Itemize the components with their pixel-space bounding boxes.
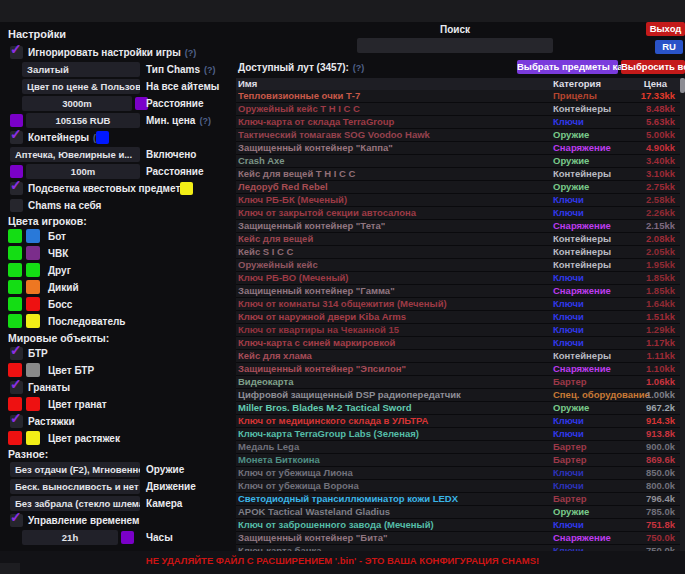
color-mode-value: Цвет по цене & Пользователь: [27, 81, 140, 92]
item-name: Ключ от наружной двери Kiba Arms: [238, 311, 548, 323]
table-row[interactable]: Защищенный контейнер "Тета"Снаряжение2.1…: [236, 220, 685, 233]
chams-color-swatch[interactable]: [8, 297, 22, 311]
esp-color-swatch[interactable]: [26, 280, 40, 294]
ignore-game-settings-checkbox[interactable]: ✓: [10, 46, 23, 59]
quest-color-swatch[interactable]: [180, 182, 193, 195]
table-scrollbar[interactable]: [680, 78, 685, 551]
table-row[interactable]: Защищенный контейнер "Каппа"Снаряжение4.…: [236, 142, 685, 155]
player-color-label: Босс: [48, 299, 72, 310]
grenade-color-swatch[interactable]: [8, 397, 22, 411]
table-row[interactable]: Ключ от комнаты 314 общежития (Меченый)К…: [236, 298, 685, 311]
esp-color-swatch[interactable]: [26, 297, 40, 311]
help-marker[interactable]: (?): [185, 48, 197, 58]
btr-color-swatch[interactable]: [8, 363, 22, 377]
quest-highlight-checkbox[interactable]: ✓: [10, 182, 23, 195]
language-button[interactable]: RU: [655, 40, 683, 54]
grenades-checkbox[interactable]: ✓: [10, 381, 23, 394]
help-marker[interactable]: (?): [199, 116, 211, 126]
item-price: 751.8k: [646, 519, 675, 531]
table-row[interactable]: Ключ РБ-ВО (Меченый)Ключи1.85kk: [236, 272, 685, 285]
help-marker[interactable]: (?): [204, 65, 216, 75]
table-row[interactable]: Ключ РБ-БК (Меченый)Ключи2.58kk: [236, 194, 685, 207]
distance-containers-input[interactable]: 100m: [26, 164, 140, 179]
table-row[interactable]: Ключ от медицинского склада в УЛЬТРАКлюч…: [236, 415, 685, 428]
table-row[interactable]: Тепловизионные очки Т-7Прицелы17.33kk: [236, 90, 685, 103]
table-row[interactable]: Ключ-карта с синей маркировкойКлючи1.17k…: [236, 337, 685, 350]
table-row[interactable]: Ключ от закрытой секции автосалонаКлючи2…: [236, 207, 685, 220]
chams-color-swatch[interactable]: [8, 229, 22, 243]
search-input[interactable]: [357, 38, 553, 53]
table-row[interactable]: Ключ от наружной двери Kiba ArmsКлючи1.5…: [236, 311, 685, 324]
esp-color-swatch[interactable]: [26, 263, 40, 277]
distance-all-input[interactable]: 3000m: [22, 96, 132, 111]
movement-select[interactable]: Беск. выносливость и нет уста▼: [10, 479, 140, 494]
esp-color-swatch[interactable]: [26, 314, 40, 328]
tripwire-color-swatch[interactable]: [8, 431, 22, 445]
chams-color-swatch[interactable]: [8, 246, 22, 260]
chams-color-swatch[interactable]: [8, 280, 22, 294]
time-control-checkbox[interactable]: ✓: [10, 514, 23, 527]
hours-input[interactable]: 21h: [22, 530, 118, 545]
table-row[interactable]: Защищенный контейнер "Гамма"Снаряжение1.…: [236, 285, 685, 298]
esp-color-swatch[interactable]: [26, 246, 40, 260]
player-color-label: Бот: [48, 231, 66, 242]
table-row[interactable]: Crash AxeОружие3.40kk: [236, 155, 685, 168]
drop-all-button[interactable]: Выбросить все: [621, 60, 685, 74]
table-row[interactable]: Ключ от квартиры на Чеканной 15Ключи1.29…: [236, 324, 685, 337]
table-row[interactable]: Медаль LegaБартер900.0k: [236, 441, 685, 454]
help-marker[interactable]: (?): [353, 63, 365, 73]
chams-color-swatch[interactable]: [8, 314, 22, 328]
table-row[interactable]: Защищенный контейнер "Эпсилон"Снаряжение…: [236, 363, 685, 376]
weapon-select[interactable]: Без отдачи (F2), Мгновенное п▼: [10, 462, 140, 477]
table-row[interactable]: Miller Bros. Blades M-2 Tactical SwordОр…: [236, 402, 685, 415]
chams-color-swatch[interactable]: [8, 263, 22, 277]
select-kappa-items-button[interactable]: Выбрать предметы каппа: [517, 60, 618, 74]
column-header-category[interactable]: Категория: [553, 78, 601, 90]
chams-type-select[interactable]: Залитый▼: [22, 62, 140, 77]
table-row[interactable]: Оружейный кейсКонтейнеры1.95kk: [236, 259, 685, 272]
table-row[interactable]: Ключ-карта TerraGroup Labs (Зеленая)Ключ…: [236, 428, 685, 441]
table-row[interactable]: Ключ от убежища ЛионаКлючи850.0k: [236, 467, 685, 480]
item-category: Снаряжение: [553, 532, 611, 544]
table-row[interactable]: APOK Tactical Wasteland GladiusОружие785…: [236, 506, 685, 519]
tripwire-color-swatch-2[interactable]: [26, 431, 40, 445]
exit-button[interactable]: Выход: [646, 22, 685, 36]
table-row[interactable]: Ледоруб Red RebelОружие2.75kk: [236, 181, 685, 194]
table-row[interactable]: Ключ от убежища ВоронаКлючи800.0k: [236, 480, 685, 493]
table-row[interactable]: Защищенный контейнер "Бита"Снаряжение750…: [236, 532, 685, 545]
table-row[interactable]: Кейс для вещейКонтейнеры2.08kk: [236, 233, 685, 246]
min-price-input[interactable]: 105156 RUB: [26, 113, 140, 128]
table-row[interactable]: Кейс для вещей T H I C CКонтейнеры3.10kk: [236, 168, 685, 181]
item-category: Ключи: [553, 311, 584, 323]
table-row[interactable]: Монета БиткоинаБартер869.6k: [236, 454, 685, 467]
color-mode-select[interactable]: Цвет по цене & Пользователь▼: [22, 79, 140, 94]
table-row[interactable]: Кейс для хламаКонтейнеры1.11kk: [236, 350, 685, 363]
table-row[interactable]: Светодиодный трансиллюминатор кожи LEDXБ…: [236, 493, 685, 506]
distance-containers-row: 100m Расстояние: [8, 164, 234, 180]
table-row[interactable]: Тактический томагавк SOG Voodoo HawkОруж…: [236, 129, 685, 142]
column-header-name[interactable]: Имя: [238, 78, 257, 90]
table-row[interactable]: Кейс S I C CКонтейнеры2.05kk: [236, 246, 685, 259]
check-icon: ✓: [10, 509, 22, 525]
item-name: Ключ от заброшенного завода (Меченый): [238, 519, 548, 531]
table-row[interactable]: ВидеокартаБартер1.06kk: [236, 376, 685, 389]
tripwires-checkbox[interactable]: ✓: [10, 415, 23, 428]
btr-checkbox[interactable]: ✓: [10, 347, 23, 360]
table-row[interactable]: Ключ от заброшенного завода (Меченый)Клю…: [236, 519, 685, 532]
item-price: 914.3k: [646, 415, 675, 427]
grenade-color-swatch-2[interactable]: [26, 397, 40, 411]
containers-filter-select[interactable]: Аптечка, Ювелирные и...▼: [10, 147, 140, 162]
table-row[interactable]: Оружейный кейс T H I C CКонтейнеры8.48kk: [236, 103, 685, 116]
item-name: Кейс для хлама: [238, 350, 548, 362]
column-header-price[interactable]: Цена: [644, 78, 667, 90]
table-row[interactable]: Цифровой защищенный DSP радиопередатчикС…: [236, 389, 685, 402]
containers-color-swatch[interactable]: [96, 131, 109, 144]
camera-select[interactable]: Без забрала (стекло шлема)▼: [10, 496, 140, 511]
containers-checkbox[interactable]: ✓: [10, 131, 23, 144]
btr-color-swatch-2[interactable]: [26, 363, 40, 377]
table-row[interactable]: Ключ-карта от склада TerraGroupКлючи5.63…: [236, 116, 685, 129]
hours-color-swatch[interactable]: [121, 531, 134, 544]
chams-self-checkbox[interactable]: [10, 199, 23, 212]
esp-color-swatch[interactable]: [26, 229, 40, 243]
scrollbar-thumb[interactable]: [680, 78, 685, 93]
